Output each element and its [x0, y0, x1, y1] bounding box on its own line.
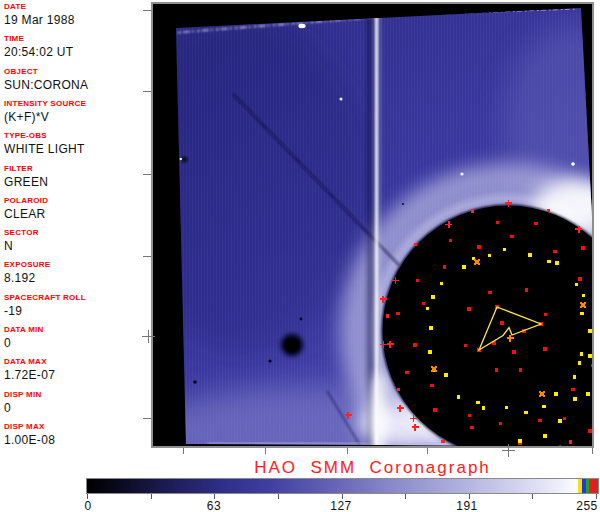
- axis-tick: [143, 91, 151, 92]
- dark-bead: [182, 157, 188, 163]
- metadata-field-time: TIME20:54:02 UT: [4, 35, 152, 58]
- axis-tick: [183, 448, 184, 454]
- field-value: GREEN: [4, 176, 152, 188]
- field-label: FILTER: [4, 165, 152, 173]
- field-value: 0: [4, 402, 152, 414]
- field-value: 20:54:02 UT: [4, 46, 152, 58]
- field-value: 1.00E-08: [4, 434, 152, 446]
- field-value: N: [4, 240, 152, 252]
- field-value: CLEAR: [4, 208, 152, 220]
- field-label: OBJECT: [4, 68, 152, 76]
- field-value: 19 Mar 1988: [4, 14, 152, 26]
- metadata-field-disp-max: DISP MAX1.00E-08: [4, 423, 152, 446]
- coronagraph-image-panel: [151, 2, 594, 448]
- field-value: WHITE LIGHT: [4, 143, 152, 155]
- metadata-field-data-min: DATA MIN0: [4, 326, 152, 349]
- axis-tick: [143, 10, 151, 11]
- axis-tick: [148, 330, 149, 343]
- field-value: 0: [4, 337, 152, 349]
- field-label: SPACECRAFT ROLL: [4, 294, 152, 302]
- metadata-field-filter: FILTERGREEN: [4, 165, 152, 188]
- axis-tick: [347, 448, 348, 454]
- axis-tick: [143, 174, 151, 175]
- field-label: TIME: [4, 35, 152, 43]
- field-value: SUN:CORONA: [4, 79, 152, 91]
- colorbar-tick-label: 127: [319, 499, 363, 512]
- axis-tick: [265, 448, 266, 454]
- field-label: DATA MIN: [4, 326, 152, 334]
- image-title: HAO SMM Coronagraph: [152, 458, 593, 478]
- field-label: DISP MAX: [4, 423, 152, 431]
- axis-tick: [508, 444, 509, 457]
- bright-speck: [298, 24, 305, 28]
- field-label: DATA MAX: [4, 358, 152, 366]
- colorbar-tick: [532, 494, 533, 499]
- field-label: SECTOR: [4, 229, 152, 237]
- coronagraph-image: [153, 4, 592, 446]
- metadata-field-data-max: DATA MAX1.72E-07: [4, 358, 152, 381]
- colorbar-tick-label: 255: [565, 499, 600, 512]
- metadata-field-date: DATE19 Mar 1988: [4, 3, 152, 26]
- field-label: INTENSITY SOURCE: [4, 100, 152, 108]
- axis-tick: [143, 256, 151, 257]
- colorbar-tick: [405, 494, 406, 499]
- metadata-field-spacecraft-roll: SPACECRAFT ROLL-19: [4, 294, 152, 317]
- metadata-panel: DATE19 Mar 1988TIME20:54:02 UTOBJECTSUN:…: [0, 0, 152, 460]
- field-label: TYPE-OBS: [4, 132, 152, 140]
- colorbar-tick: [278, 494, 279, 499]
- colorbar-tick-label: 191: [445, 499, 489, 512]
- metadata-field-intensity-source: INTENSITY SOURCE(K+F)*V: [4, 100, 152, 123]
- field-value: -19: [4, 305, 152, 317]
- field-value: 1.72E-07: [4, 369, 152, 381]
- axis-tick: [427, 448, 428, 454]
- metadata-field-polaroid: POLAROIDCLEAR: [4, 197, 152, 220]
- field-value: (K+F)*V: [4, 111, 152, 123]
- coronagraph-viewer: DATE19 Mar 1988TIME20:54:02 UTOBJECTSUN:…: [0, 0, 600, 512]
- colorbar-tick: [151, 494, 152, 499]
- field-label: DATE: [4, 3, 152, 11]
- colorbar-tick-label: 0: [66, 499, 110, 512]
- field-label: EXPOSURE: [4, 261, 152, 269]
- axis-tick: [592, 448, 593, 454]
- field-value: 8.192: [4, 272, 152, 284]
- colorbar-tick-label: 63: [192, 499, 236, 512]
- metadata-field-exposure: EXPOSURE8.192: [4, 261, 152, 284]
- metadata-field-object: OBJECTSUN:CORONA: [4, 68, 152, 91]
- metadata-field-disp-min: DISP MIN0: [4, 391, 152, 414]
- axis-tick: [143, 418, 151, 419]
- field-label: POLAROID: [4, 197, 152, 205]
- metadata-field-type-obs: TYPE-OBSWHITE LIGHT: [4, 132, 152, 155]
- field-label: DISP MIN: [4, 391, 152, 399]
- metadata-field-sector: SECTORN: [4, 229, 152, 252]
- colorbar: [86, 478, 599, 494]
